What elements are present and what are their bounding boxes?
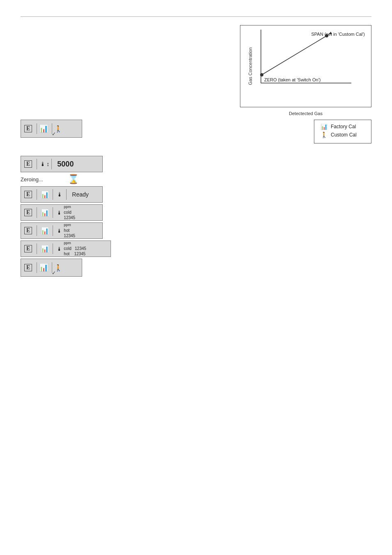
cold-value: 12345: [64, 215, 75, 220]
thermometer-icon-2: 🌡: [57, 191, 62, 198]
panel1-e: E: [24, 160, 32, 168]
panel-row-bottom: E 📊 🚶 ✓: [21, 259, 371, 277]
thermometer-icon: 🌡: [40, 161, 46, 167]
panel-row-ready: E 📊 🌡 Ready: [21, 186, 371, 203]
both-sep1: [37, 243, 37, 254]
page: Gas Concentration: [0, 0, 392, 555]
hot-unit: ppm: [64, 223, 75, 228]
panel-legend-row: E 📊 🚶 ✓ 📊 Factory Cal 🚶 Custom Cal: [21, 120, 371, 143]
factory-cal-icon: 📊: [39, 124, 48, 133]
checkmark: ✓: [52, 131, 56, 137]
cold-sep2: [53, 207, 53, 218]
both-cold-label: cold: [64, 246, 71, 251]
cold-e: E: [24, 209, 32, 216]
legend-custom-icon: 🚶: [319, 132, 328, 138]
span-label: SPAN (set in 'Custom Cal'): [311, 32, 365, 37]
legend-item-custom: 🚶 Custom Cal: [319, 132, 366, 138]
cold-unit: ppm: [64, 205, 75, 210]
top-mode-panel: E 📊 🚶 ✓: [21, 120, 82, 138]
panel1-value: 5000: [57, 160, 74, 169]
both-sep2: [53, 243, 53, 254]
zeroing-row: Zeroing... ⌛: [21, 174, 371, 185]
ready-sep3: [66, 189, 67, 200]
thermometer-both-icon: 🌡: [57, 246, 62, 252]
bar-chart-icon-3: 📊: [41, 227, 49, 235]
both-hot-label: hot: [64, 252, 69, 256]
hot-values: ppm hot 12345: [64, 223, 75, 238]
hot-sep2: [53, 225, 53, 236]
hot-sep1: [37, 225, 37, 236]
ready-sep1: [37, 189, 37, 200]
top-divider: [21, 16, 371, 17]
panel-both: E 📊 🌡 ppm cold 12345 hot 12345: [21, 240, 111, 257]
both-values: ppm cold 12345 hot 12345: [64, 241, 86, 257]
bar-chart-icon: 📊: [41, 191, 49, 199]
svg-point-3: [260, 73, 263, 76]
legend-factory-icon: 📊: [319, 123, 328, 130]
chart-inner: SPAN (set in 'Custom Cal') ZERO (taken a…: [253, 30, 367, 95]
legend-item-factory: 📊 Factory Cal: [319, 123, 366, 130]
cold-sep1: [37, 207, 37, 218]
both-cold-row: cold 12345: [64, 246, 86, 251]
chart-svg: [253, 30, 367, 95]
cold-temp: cold: [64, 210, 75, 215]
hot-temp: hot: [64, 228, 75, 233]
hot-e: E: [24, 227, 32, 234]
both-e: E: [24, 245, 32, 252]
hourglass-icon: ⌛: [68, 174, 79, 185]
both-hot-row: hot 12345: [64, 251, 86, 257]
both-cold-value: 12345: [75, 246, 86, 251]
panel-hot: E 📊 🌡 ppm hot 12345: [21, 222, 103, 239]
ready-sep2: [53, 189, 53, 200]
thermometer-cold-icon: 🌡: [57, 210, 62, 216]
cell-sep-1: [37, 123, 37, 134]
legend-custom-label: Custom Cal: [331, 132, 357, 138]
top-section: Gas Concentration: [21, 25, 371, 107]
cold-values: ppm cold 12345: [64, 205, 75, 220]
legend-factory-label: Factory Cal: [331, 124, 356, 130]
bottom-checkmark: ✓: [52, 270, 56, 276]
panel-row-hot: E 📊 🌡 ppm hot 12345: [21, 222, 371, 239]
panel-row-1: E 🌡 ↕ 5000: [21, 156, 371, 172]
panel-cold: E 📊 🌡 ppm cold 12345: [21, 204, 103, 221]
hot-value: 12345: [64, 233, 75, 238]
legend-box: 📊 Factory Cal 🚶 Custom Cal: [314, 120, 371, 143]
both-hot-value: 12345: [74, 252, 85, 256]
left-text-area: [21, 25, 193, 107]
panel-row-both: E 📊 🌡 ppm cold 12345 hot 12345: [21, 240, 371, 257]
svg-line-2: [262, 36, 327, 75]
panel1-sep1: [37, 159, 37, 169]
bottom-factory-icon: 📊: [39, 263, 48, 272]
bar-chart-icon-4: 📊: [41, 245, 49, 253]
zeroing-text: Zeroing...: [21, 176, 43, 183]
panel1-sep2: [51, 159, 52, 169]
bottom-mode-panel: E 📊 🚶 ✓: [21, 259, 82, 277]
panel-ready: E 📊 🌡 Ready: [21, 186, 103, 203]
bar-chart-icon-2: 📊: [41, 209, 49, 217]
panel-row-cold: E 📊 🌡 ppm cold 12345: [21, 204, 371, 221]
panel-1: E 🌡 ↕ 5000: [21, 156, 103, 172]
thermometer-hot-icon: 🌡: [57, 228, 62, 234]
top-e-label: E: [24, 125, 32, 132]
bottom-sep1: [37, 262, 37, 273]
zero-label: ZERO (taken at 'Switch On'): [264, 77, 321, 82]
calibration-chart: Gas Concentration: [240, 25, 371, 107]
ready-e: E: [24, 191, 32, 198]
arrow-updown-icon: ↕: [46, 161, 49, 167]
both-unit: ppm: [64, 241, 86, 246]
chart-y-label: Gas Concentration: [248, 47, 253, 85]
chart-x-label: Detectected Gas: [289, 111, 323, 116]
ready-status: Ready: [72, 191, 88, 198]
bottom-e: E: [24, 264, 32, 271]
panels-section: E 🌡 ↕ 5000 Zeroing... ⌛ E 📊 🌡: [21, 156, 371, 277]
